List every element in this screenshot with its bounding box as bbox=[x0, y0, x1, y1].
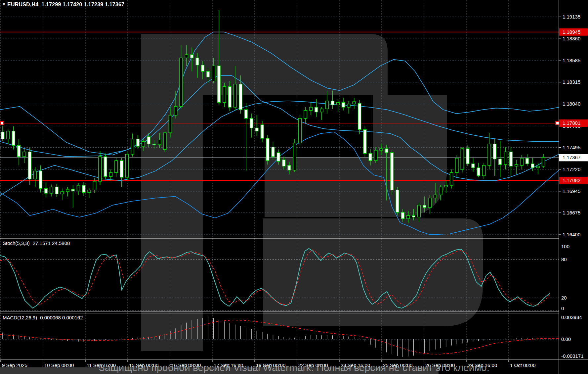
candle-body bbox=[169, 115, 172, 133]
candle-body bbox=[1, 132, 4, 139]
candle-body bbox=[353, 102, 356, 104]
candle bbox=[104, 154, 107, 179]
stoch-axis-label: 80 bbox=[561, 257, 567, 262]
candle-body bbox=[104, 157, 107, 176]
candle-body bbox=[525, 158, 528, 164]
candle-body bbox=[7, 131, 10, 139]
candle-body bbox=[93, 181, 96, 190]
candle-body bbox=[407, 215, 410, 219]
line-handle-right[interactable] bbox=[556, 121, 559, 125]
candle-body bbox=[212, 66, 215, 81]
candle-body bbox=[23, 152, 26, 157]
candle bbox=[461, 147, 464, 172]
candle-body bbox=[299, 118, 302, 143]
candle-body bbox=[358, 103, 361, 129]
price-badge-label: 1.17082 bbox=[563, 177, 580, 183]
candle-body bbox=[152, 144, 155, 145]
candle bbox=[396, 187, 399, 216]
candle-body bbox=[417, 205, 420, 217]
candle-body bbox=[71, 189, 74, 191]
candle-body bbox=[423, 205, 426, 208]
line-handle-left[interactable] bbox=[0, 121, 4, 125]
price-tick-label: 1.18860 bbox=[563, 36, 580, 41]
candle-body bbox=[115, 161, 118, 172]
candle-body bbox=[174, 107, 177, 115]
candle-body bbox=[336, 103, 339, 105]
price-tick-label: 1.18040 bbox=[563, 101, 580, 107]
price-badge-label: 1.17367 bbox=[563, 155, 580, 160]
candle-body bbox=[504, 152, 507, 164]
candle-body bbox=[380, 149, 383, 150]
candle-body bbox=[28, 152, 31, 179]
candle-body bbox=[520, 158, 523, 165]
price-tick-label: 1.17495 bbox=[563, 145, 580, 150]
candle-body bbox=[488, 144, 491, 165]
candle-body bbox=[34, 171, 37, 179]
candle-body bbox=[466, 149, 469, 164]
candle-body bbox=[304, 111, 307, 118]
candle-body bbox=[272, 147, 274, 157]
candle-body bbox=[223, 87, 226, 103]
candle-body bbox=[363, 129, 366, 153]
mt4-chart-window: 1.191351.188601.185851.183151.180401.177… bbox=[0, 0, 588, 374]
candle-body bbox=[293, 143, 296, 170]
candle-body bbox=[207, 71, 210, 77]
macd-axis-label: -0.003171 bbox=[561, 353, 584, 359]
chart-title: ▼EURUSD,H41.17299 1.17420 1.17239 1.1736… bbox=[2, 2, 124, 8]
symbol-dropdown-icon: ▼ bbox=[2, 2, 6, 7]
candle-body bbox=[136, 139, 139, 146]
macd-axis-label: 0.003934 bbox=[561, 314, 582, 320]
stoch-axis-label: 100 bbox=[561, 244, 569, 249]
price-tick-label: 1.19135 bbox=[563, 14, 580, 20]
stoch-name: Stoch(5,3,3) bbox=[3, 240, 30, 246]
candle-body bbox=[542, 158, 545, 166]
candle-body bbox=[531, 164, 534, 168]
candle-body bbox=[472, 164, 475, 168]
candle-body bbox=[450, 172, 453, 185]
macd-values: 0.000068 0.000162 bbox=[40, 315, 83, 320]
candle-body bbox=[61, 192, 63, 194]
candle-body bbox=[55, 187, 58, 194]
candle-body bbox=[326, 101, 329, 109]
candle-body bbox=[255, 128, 258, 131]
candle-body bbox=[396, 190, 399, 212]
candle-body bbox=[196, 58, 199, 65]
candle-body bbox=[412, 215, 415, 217]
candle-body bbox=[244, 110, 247, 118]
price-tick-label: 1.18585 bbox=[563, 58, 580, 63]
candle-body bbox=[434, 195, 437, 198]
candle bbox=[126, 152, 129, 180]
price-tick-label: 1.16400 bbox=[563, 232, 580, 237]
candle-body bbox=[444, 185, 447, 187]
candle-body bbox=[66, 189, 69, 192]
candle-body bbox=[509, 152, 512, 166]
stoch-axis-label: 20 bbox=[561, 295, 567, 301]
candle-body bbox=[261, 125, 264, 138]
candle-body bbox=[483, 165, 485, 176]
symbol-label: EURUSD,H4 bbox=[7, 2, 38, 7]
candle-body bbox=[461, 149, 464, 169]
candle-body bbox=[320, 109, 323, 112]
candle-body bbox=[239, 84, 242, 110]
candle-body bbox=[309, 107, 312, 111]
candle-body bbox=[455, 158, 458, 172]
watermark-text: Защищено пробной версией Visual Watermar… bbox=[99, 362, 489, 373]
candle-body bbox=[385, 149, 388, 153]
candle-body bbox=[131, 139, 134, 154]
candle-body bbox=[158, 140, 161, 145]
price-tick-label: 1.18315 bbox=[563, 79, 580, 85]
chart-canvas[interactable]: 1.191351.188601.185851.183151.180401.177… bbox=[0, 0, 588, 374]
watermark-bowl-column bbox=[373, 95, 447, 217]
candle bbox=[363, 126, 366, 157]
stoch-indicator-label: Stoch(5,3,3)27.1571 24.5808 bbox=[3, 240, 70, 246]
candle bbox=[299, 115, 302, 145]
candle-body bbox=[88, 190, 91, 192]
macd-axis-label: 0.00 bbox=[561, 336, 571, 342]
price-badge-label: 1.17801 bbox=[563, 120, 580, 126]
candle bbox=[163, 132, 166, 152]
candle-body bbox=[142, 142, 145, 146]
candle-body bbox=[266, 138, 269, 161]
candle bbox=[358, 100, 361, 134]
candle-body bbox=[369, 154, 372, 161]
candle-body bbox=[228, 87, 231, 108]
